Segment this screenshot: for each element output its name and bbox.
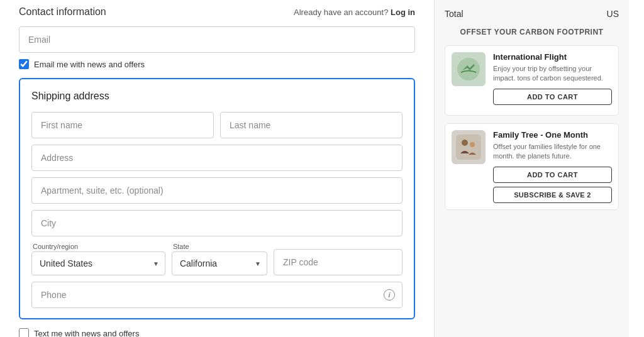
login-link[interactable]: Log in bbox=[391, 8, 415, 17]
total-label: Total bbox=[445, 9, 464, 19]
offset-title: OFFSET YOUR CARBON FOOTPRINT bbox=[445, 28, 619, 36]
newsletter-label[interactable]: Email me with news and offers bbox=[34, 60, 145, 69]
right-panel: Total US OFFSET YOUR CARBON FOOTPRINT In… bbox=[434, 0, 629, 337]
phone-info-icon[interactable]: i bbox=[384, 289, 395, 301]
product-card-flight: International Flight Enjoy your trip by … bbox=[445, 45, 619, 116]
state-wrapper: State California ▼ bbox=[172, 243, 267, 275]
zip-field[interactable] bbox=[274, 249, 402, 275]
svg-point-3 bbox=[470, 142, 475, 147]
state-label: State bbox=[172, 243, 267, 250]
flight-product-info: International Flight Enjoy your trip by … bbox=[493, 52, 612, 109]
city-field[interactable] bbox=[31, 210, 402, 236]
text-offers-checkbox[interactable] bbox=[19, 328, 29, 337]
svg-rect-1 bbox=[456, 135, 481, 160]
flight-product-desc: Enjoy your trip by offsetting your impac… bbox=[493, 64, 612, 84]
svg-point-2 bbox=[462, 140, 468, 146]
family-product-desc: Offset your families lifestyle for one m… bbox=[493, 142, 612, 162]
first-name-field[interactable] bbox=[31, 112, 214, 138]
total-amount: US bbox=[607, 9, 619, 19]
country-wrapper: Country/region United States ▼ bbox=[31, 243, 165, 275]
family-product-info: Family Tree - One Month Offset your fami… bbox=[493, 130, 612, 203]
total-row: Total US bbox=[445, 6, 619, 19]
flight-add-to-cart-button[interactable]: ADD TO CART bbox=[493, 89, 612, 105]
family-product-name: Family Tree - One Month bbox=[493, 130, 612, 140]
newsletter-checkbox[interactable] bbox=[19, 59, 29, 69]
contact-title: Contact information bbox=[19, 6, 106, 18]
product-card-family: Family Tree - One Month Offset your fami… bbox=[445, 123, 619, 210]
address-field[interactable] bbox=[31, 145, 402, 171]
text-offers-row: Text me with news and offers bbox=[19, 328, 415, 337]
shipping-address-box: Shipping address Country/region Un bbox=[19, 78, 415, 319]
state-select[interactable]: California bbox=[172, 251, 267, 275]
phone-field[interactable] bbox=[31, 282, 402, 308]
account-prompt: Already have an account? Log in bbox=[294, 8, 415, 17]
country-select[interactable]: United States bbox=[31, 251, 165, 275]
family-thumbnail bbox=[452, 130, 486, 164]
contact-header: Contact information Already have an acco… bbox=[19, 6, 415, 18]
name-row bbox=[31, 112, 402, 145]
country-state-zip-row: Country/region United States ▼ State Cal… bbox=[31, 243, 402, 275]
family-add-to-cart-button[interactable]: ADD TO CART bbox=[493, 167, 612, 183]
flight-product-name: International Flight bbox=[493, 52, 612, 62]
apartment-field[interactable] bbox=[31, 177, 402, 204]
newsletter-checkbox-row: Email me with news and offers bbox=[19, 59, 415, 69]
text-offers-label[interactable]: Text me with news and offers bbox=[34, 329, 139, 338]
family-subscribe-button[interactable]: SUBSCRIBE & SAVE 2 bbox=[493, 187, 612, 203]
last-name-field[interactable] bbox=[220, 112, 402, 138]
email-field[interactable] bbox=[19, 26, 415, 53]
flight-thumbnail bbox=[452, 52, 486, 86]
left-panel: Contact information Already have an acco… bbox=[0, 0, 434, 337]
country-label: Country/region bbox=[31, 243, 165, 250]
shipping-title: Shipping address bbox=[31, 91, 402, 102]
phone-row: i bbox=[31, 282, 402, 308]
